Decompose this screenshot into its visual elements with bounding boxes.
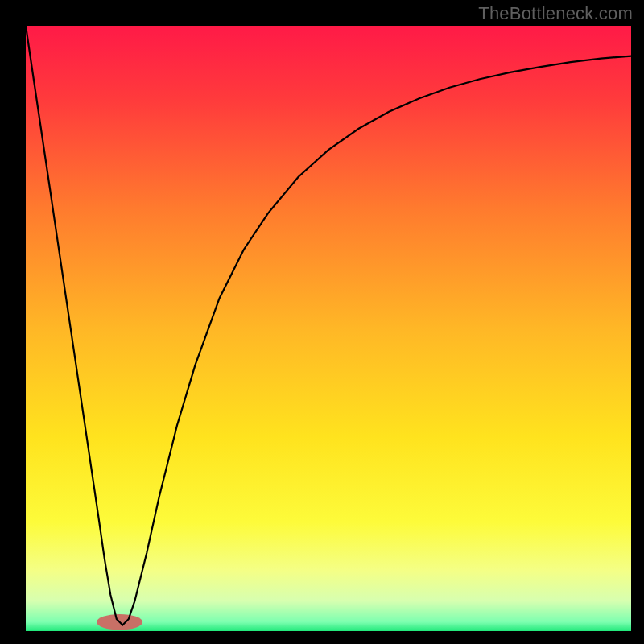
chart-frame: TheBottleneck.com [0,0,644,644]
watermark-text: TheBottleneck.com [478,3,633,24]
plot-background [26,26,631,631]
chart-svg [0,0,644,644]
